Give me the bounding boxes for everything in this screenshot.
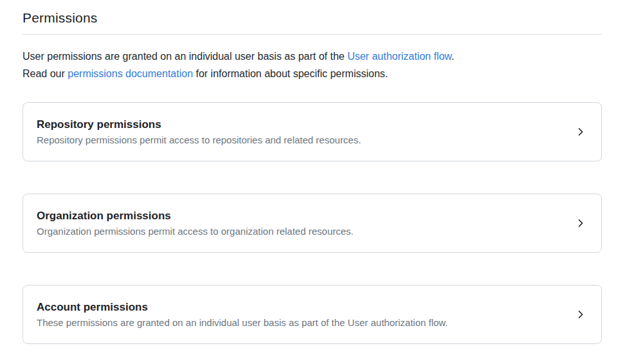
organization-permissions-card[interactable]: Organization permissions Organization pe…: [23, 194, 602, 253]
card-description: These permissions are granted on an indi…: [37, 317, 448, 328]
chevron-right-icon: [576, 218, 586, 228]
card-description: Organization permissions permit access t…: [37, 226, 354, 237]
repository-permissions-card[interactable]: Repository permissions Repository permis…: [23, 102, 602, 161]
card-text-block: Account permissions These permissions ar…: [37, 301, 448, 328]
intro-line2-text: Read our: [23, 68, 68, 79]
permissions-page: Permissions User permissions are granted…: [0, 0, 627, 364]
account-permissions-card[interactable]: Account permissions These permissions ar…: [23, 285, 602, 344]
page-title: Permissions: [23, 0, 602, 26]
card-title: Organization permissions: [37, 210, 354, 223]
card-text-block: Organization permissions Organization pe…: [37, 210, 354, 237]
permission-cards-list: Repository permissions Repository permis…: [23, 102, 602, 344]
chevron-right-icon: [576, 309, 586, 320]
card-title: Repository permissions: [37, 118, 361, 131]
permissions-documentation-link[interactable]: permissions documentation: [68, 68, 193, 79]
intro-paragraph: User permissions are granted on an indiv…: [23, 48, 602, 82]
user-authorization-flow-link[interactable]: User authorization flow: [347, 51, 451, 62]
chevron-right-icon: [576, 127, 586, 137]
card-description: Repository permissions permit access to …: [37, 134, 361, 145]
intro-line2-rest: for information about specific permissio…: [193, 68, 388, 79]
card-text-block: Repository permissions Repository permis…: [37, 118, 361, 145]
intro-line1-period: .: [451, 51, 454, 62]
title-divider: [23, 34, 602, 35]
card-title: Account permissions: [37, 301, 448, 314]
intro-line1-text: User permissions are granted on an indiv…: [23, 51, 347, 62]
